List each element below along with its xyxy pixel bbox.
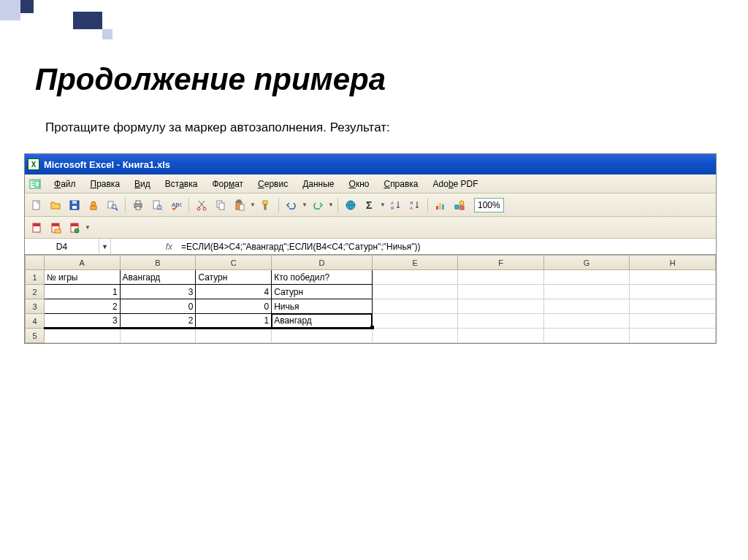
col-header-A[interactable]: A: [44, 256, 120, 270]
select-all-corner[interactable]: [26, 256, 45, 270]
menu-tools[interactable]: Сервис: [251, 177, 295, 191]
cell-H1[interactable]: [630, 270, 716, 285]
cell-A5[interactable]: [44, 329, 120, 343]
cell-C1[interactable]: Сатурн: [196, 270, 272, 285]
formula-input[interactable]: =ЕСЛИ(B4>C4;"Авангард";ЕСЛИ(B4<C4;"Сатур…: [177, 242, 716, 252]
col-header-D[interactable]: D: [272, 256, 373, 270]
cell-E5[interactable]: [372, 329, 458, 343]
print-preview-icon[interactable]: [148, 196, 166, 214]
paste-icon[interactable]: [231, 196, 248, 214]
drawing-icon[interactable]: [451, 196, 468, 214]
cut-icon[interactable]: [193, 196, 210, 214]
cell-G3[interactable]: [543, 299, 630, 314]
research-icon[interactable]: [104, 196, 121, 214]
cell-B4[interactable]: 2: [120, 314, 196, 329]
cell-A1[interactable]: № игры: [44, 270, 120, 285]
cell-H3[interactable]: [630, 299, 716, 314]
cell-F2[interactable]: [458, 285, 544, 299]
workbook-icon[interactable]: [28, 177, 42, 191]
row-header-2[interactable]: 2: [26, 285, 45, 299]
menu-format[interactable]: Формат: [205, 177, 251, 191]
cell-B3[interactable]: 0: [120, 299, 196, 314]
col-header-H[interactable]: H: [630, 256, 716, 270]
save-icon[interactable]: [66, 196, 83, 214]
row-header-5[interactable]: 5: [26, 329, 45, 343]
menu-data[interactable]: Данные: [295, 177, 341, 191]
cell-G4[interactable]: [543, 314, 630, 329]
copy-icon[interactable]: [212, 196, 229, 214]
col-header-C[interactable]: C: [196, 256, 272, 270]
cell-E2[interactable]: [372, 285, 458, 299]
cell-H5[interactable]: [630, 329, 716, 343]
cell-F3[interactable]: [458, 299, 544, 314]
row-header-4[interactable]: 4: [26, 314, 45, 329]
cell-E4[interactable]: [372, 314, 458, 329]
paste-dropdown-icon[interactable]: ▼: [250, 202, 256, 208]
cell-A2[interactable]: 1: [44, 285, 120, 299]
cell-G5[interactable]: [543, 329, 630, 343]
cell-F5[interactable]: [458, 329, 544, 343]
cell-A3[interactable]: 2: [44, 299, 120, 314]
redo-icon[interactable]: [309, 196, 327, 214]
col-header-G[interactable]: G: [543, 256, 630, 270]
row-header-3[interactable]: 3: [26, 299, 45, 314]
cell-D1[interactable]: Кто победил?: [272, 270, 373, 285]
cell-G1[interactable]: [543, 270, 630, 285]
sort-desc-icon[interactable]: ЯА: [406, 196, 424, 214]
cell-D4-active[interactable]: Авангард: [272, 314, 373, 329]
menu-help[interactable]: Справка: [376, 177, 425, 191]
fx-label[interactable]: fx: [111, 242, 177, 252]
chart-wizard-icon[interactable]: [432, 196, 449, 214]
name-box-dropdown-icon[interactable]: ▼: [99, 239, 111, 254]
autosum-icon[interactable]: Σ: [361, 196, 378, 214]
format-painter-icon[interactable]: [257, 196, 275, 214]
col-header-F[interactable]: F: [458, 256, 544, 270]
cell-E1[interactable]: [372, 270, 458, 285]
cell-D2[interactable]: Сатурн: [272, 285, 373, 299]
pdf-dropdown-icon[interactable]: ▼: [85, 224, 91, 231]
pdf-email-icon[interactable]: [47, 219, 64, 237]
cell-B2[interactable]: 3: [120, 285, 196, 299]
cell-C2[interactable]: 4: [196, 285, 272, 299]
cell-C3[interactable]: 0: [196, 299, 272, 314]
cell-H2[interactable]: [630, 285, 716, 299]
cell-G2[interactable]: [543, 285, 630, 299]
pdf-convert-icon[interactable]: [28, 219, 45, 237]
spreadsheet-grid[interactable]: A B C D E F G H 1 № игры Авангард Сатурн…: [25, 255, 716, 343]
permission-icon[interactable]: [85, 196, 102, 214]
zoom-input[interactable]: 100%: [474, 198, 504, 212]
cell-F4[interactable]: [458, 314, 544, 329]
cell-E3[interactable]: [372, 299, 458, 314]
cell-C5[interactable]: [196, 329, 272, 343]
cell-H4[interactable]: [630, 314, 716, 329]
autosum-dropdown-icon[interactable]: ▼: [380, 202, 386, 208]
sort-asc-icon[interactable]: АЯ: [387, 196, 405, 214]
cell-D5[interactable]: [272, 329, 373, 343]
cell-D3[interactable]: Ничья: [272, 299, 373, 314]
menu-window[interactable]: Окно: [342, 177, 377, 191]
menu-view[interactable]: Вид: [127, 177, 158, 191]
hyperlink-icon[interactable]: [342, 196, 359, 214]
row-header-1[interactable]: 1: [26, 270, 45, 285]
pdf-review-icon[interactable]: [66, 219, 83, 237]
print-icon[interactable]: [129, 196, 147, 214]
new-icon[interactable]: [28, 196, 45, 214]
cell-C4[interactable]: 1: [196, 314, 272, 329]
menu-edit[interactable]: Правка: [83, 177, 128, 191]
fill-handle[interactable]: [370, 326, 374, 329]
spelling-icon[interactable]: ABC: [167, 196, 185, 214]
menu-file[interactable]: Файл: [47, 177, 83, 191]
col-header-E[interactable]: E: [372, 256, 458, 270]
col-header-B[interactable]: B: [120, 256, 196, 270]
redo-dropdown-icon[interactable]: ▼: [328, 202, 334, 208]
undo-dropdown-icon[interactable]: ▼: [302, 202, 308, 208]
undo-icon[interactable]: [283, 196, 300, 214]
menu-insert[interactable]: Вставка: [158, 177, 205, 191]
cell-F1[interactable]: [458, 270, 544, 285]
cell-B1[interactable]: Авангард: [120, 270, 196, 285]
cell-B5[interactable]: [120, 329, 196, 343]
cell-A4[interactable]: 3: [44, 314, 120, 329]
open-icon[interactable]: [47, 196, 64, 214]
menu-adobe-pdf[interactable]: Adobe PDF: [426, 177, 486, 191]
name-box[interactable]: D4: [25, 239, 99, 254]
